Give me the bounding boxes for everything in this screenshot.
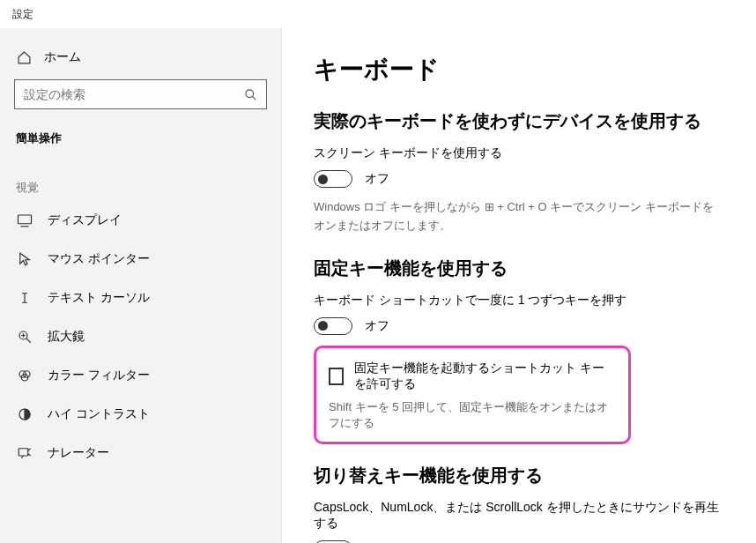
svg-line-6	[26, 338, 31, 343]
sidebar-item-display[interactable]: ディスプレイ	[0, 201, 281, 240]
sidebar-item-magnifier[interactable]: 拡大鏡	[0, 317, 281, 356]
svg-rect-13	[19, 449, 28, 456]
toggle-onscreen-keyboard[interactable]	[314, 170, 352, 188]
section-title-sticky-keys: 固定キー機能を使用する	[314, 257, 724, 280]
highlight-annotation: 固定キー機能を起動するショートカット キーを許可する Shift キーを 5 回…	[314, 346, 631, 444]
toggle-label-sticky: キーボード ショートカットで一度に 1 つずつキーを押す	[314, 293, 724, 309]
search-icon	[244, 88, 257, 101]
sidebar-item-color-filter[interactable]: カラー フィルター	[0, 356, 281, 395]
content-area: キーボード 実際のキーボードを使わずにデバイスを使用する スクリーン キーボード…	[282, 28, 756, 543]
sidebar: ホーム 簡単操作 視覚 ディスプレイ	[0, 28, 282, 543]
text-cursor-icon	[16, 289, 33, 307]
sidebar-item-label: 拡大鏡	[48, 329, 85, 345]
sidebar-item-label: マウス ポインター	[48, 251, 150, 267]
sidebar-item-high-contrast[interactable]: ハイ コントラスト	[0, 395, 281, 434]
sidebar-item-label: ハイ コントラスト	[48, 406, 150, 422]
narrator-icon	[16, 444, 33, 462]
contrast-icon	[16, 405, 33, 423]
search-input[interactable]	[24, 87, 244, 101]
sidebar-item-text-cursor[interactable]: テキスト カーソル	[0, 279, 281, 317]
sidebar-item-label: ディスプレイ	[48, 212, 122, 228]
page-title: キーボード	[314, 53, 724, 86]
sidebar-group-title: 簡単操作	[0, 118, 281, 155]
home-label: ホーム	[44, 49, 81, 65]
color-filter-icon	[16, 367, 33, 384]
checkbox-label: 固定キー機能を起動するショートカット キーを許可する	[354, 361, 616, 392]
checkbox-hint: Shift キーを 5 回押して、固定キー機能をオンまたはオフにする	[329, 399, 616, 431]
sidebar-category-label: 視覚	[0, 155, 281, 201]
section-title-onscreen-keyboard: 実際のキーボードを使わずにデバイスを使用する	[314, 109, 724, 133]
toggle-toggle-keys[interactable]	[314, 540, 352, 543]
toggle-label-osk: スクリーン キーボードを使用する	[314, 145, 724, 161]
toggle-label-togglekeys: CapsLock、NumLock、または ScrollLock を押したときにサ…	[314, 500, 724, 532]
sidebar-item-label: ナレーター	[48, 445, 109, 461]
cursor-icon	[16, 250, 33, 268]
svg-line-1	[252, 96, 256, 100]
sidebar-item-narrator[interactable]: ナレーター	[0, 434, 281, 472]
sidebar-item-label: カラー フィルター	[48, 368, 150, 383]
home-nav[interactable]: ホーム	[0, 41, 281, 74]
hint-osk-shortcut: Windows ロゴ キーを押しながら ⊞ + Ctrl + O キーでスクリー…	[314, 198, 724, 235]
toggle-state-text: オフ	[365, 171, 389, 187]
svg-rect-2	[19, 215, 32, 224]
magnifier-icon	[16, 328, 33, 346]
sidebar-item-label: テキスト カーソル	[48, 290, 150, 306]
section-title-toggle-keys: 切り替えキー機能を使用する	[314, 464, 724, 487]
home-icon	[16, 49, 32, 65]
window-title: 設定	[0, 0, 756, 28]
checkbox-sticky-shortcut[interactable]	[329, 368, 344, 385]
display-icon	[16, 212, 33, 229]
toggle-state-text: オフ	[365, 318, 389, 334]
search-box[interactable]	[14, 79, 267, 109]
sidebar-item-mouse-pointer[interactable]: マウス ポインター	[0, 240, 281, 279]
toggle-sticky-keys[interactable]	[314, 317, 352, 335]
svg-point-0	[246, 89, 254, 97]
